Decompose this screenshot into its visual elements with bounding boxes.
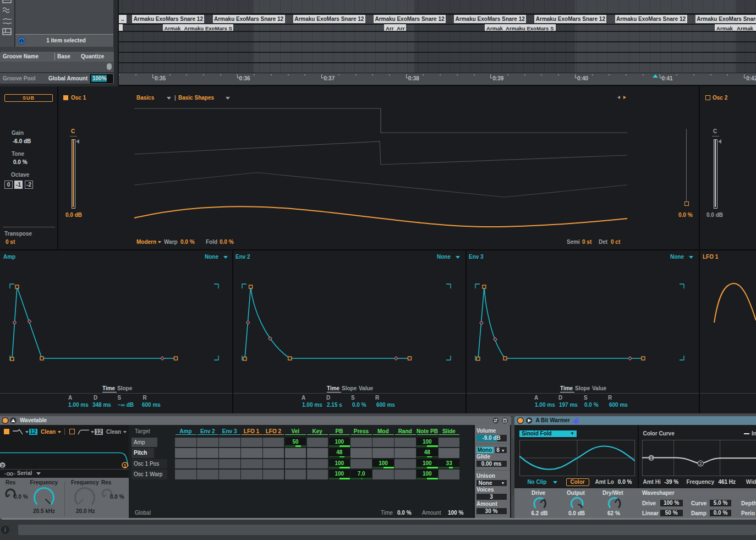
svg-text:2: 2 — [1, 462, 4, 468]
svg-text:2: 2 — [699, 461, 702, 466]
svg-text:1: 1 — [650, 455, 653, 461]
svg-text:1: 1 — [123, 462, 126, 468]
